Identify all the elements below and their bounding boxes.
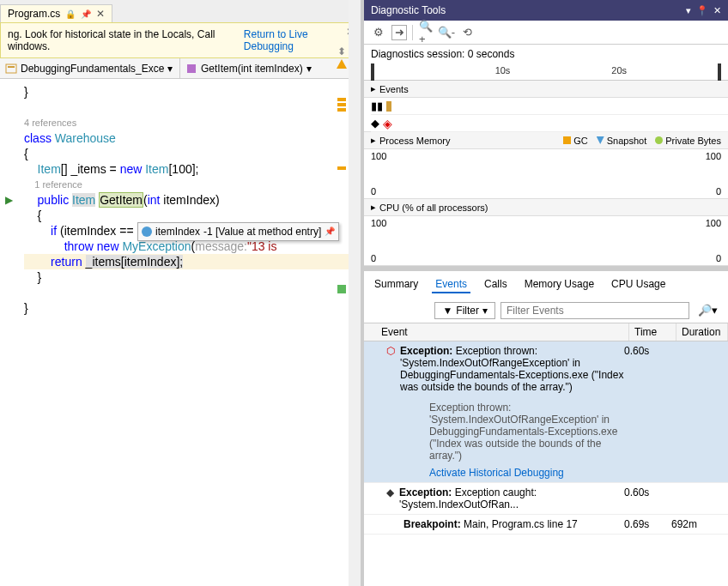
activate-historical-link[interactable]: Activate Historical Debugging xyxy=(400,467,624,479)
warning-icon[interactable] xyxy=(337,59,347,69)
nav-class-label: DebuggingFundamentals_Exce xyxy=(21,63,164,75)
pin-icon[interactable]: 📌 xyxy=(81,9,91,19)
diag-title-label: Diagnostic Tools xyxy=(371,4,446,16)
event-row[interactable]: ⬡ Exception: Exception thrown: 'System.I… xyxy=(364,341,728,483)
session-label: Diagnostics session: 0 seconds xyxy=(364,45,728,63)
event-row[interactable]: Breakpoint: Main, Program.cs line 17 0.6… xyxy=(364,515,728,535)
lock-icon: 🔒 xyxy=(65,9,76,19)
tab-calls[interactable]: Calls xyxy=(481,276,511,293)
exception-icon: ⬡ xyxy=(386,345,395,479)
pin-icon[interactable]: 📍 xyxy=(696,5,708,16)
svg-rect-0 xyxy=(6,64,16,73)
col-duration[interactable]: Duration xyxy=(676,323,728,341)
method-icon xyxy=(185,63,197,75)
timeline-ruler[interactable]: 10s 20s xyxy=(364,63,728,81)
file-tab-label: Program.cs xyxy=(8,8,60,20)
nav-method-combo[interactable]: GetItem(int itemIndex) ▾ xyxy=(180,58,361,78)
tab-cpu[interactable]: CPU Usage xyxy=(608,276,669,293)
reset-zoom-icon[interactable]: ⟲ xyxy=(459,25,475,40)
event-row[interactable]: ◆ Exception: Exception caught: 'System.I… xyxy=(364,483,728,515)
event-table-header: Event Time Duration xyxy=(364,323,728,341)
close-icon[interactable]: ✕ xyxy=(96,8,105,20)
filter-input[interactable] xyxy=(500,302,689,319)
tooltip-var: itemIndex xyxy=(155,224,200,239)
diag-toolbar: ⚙ ➜ 🔍+ 🔍- ⟲ xyxy=(364,21,728,45)
events-section-header[interactable]: ▸Events xyxy=(364,81,728,98)
diamond-icon: ◆ xyxy=(386,486,394,510)
debug-value-tooltip[interactable]: itemIndex -1 [Value at method entry] 📌 xyxy=(137,222,339,241)
close-icon[interactable]: ✕ xyxy=(713,5,721,16)
col-event[interactable]: Event xyxy=(364,323,629,341)
tab-events[interactable]: Events xyxy=(432,276,470,293)
code-nav-bar: DebuggingFundamentals_Exce ▾ GetItem(int… xyxy=(0,58,361,79)
funnel-icon: ▼ xyxy=(442,305,452,317)
chevron-down-icon: ▾ xyxy=(167,63,173,75)
pause-icon: ▮▮ xyxy=(371,100,383,112)
select-tools-icon[interactable]: ➜ xyxy=(391,25,407,40)
info-bar: ng. Look for historical state in the Loc… xyxy=(0,22,361,58)
editor-tab-bar: Program.cs 🔒 📌 ✕ xyxy=(0,0,361,22)
code-area[interactable]: } 4 references class Warehouse { Item[] … xyxy=(0,79,361,586)
code-marker[interactable] xyxy=(337,166,346,170)
variable-icon xyxy=(142,227,152,237)
tab-memory[interactable]: Memory Usage xyxy=(521,276,598,293)
cpu-section-header[interactable]: ▸CPU (% of all processors) xyxy=(364,199,728,216)
chevron-down-icon: ▾ xyxy=(306,63,312,75)
memory-section-header[interactable]: ▸Process Memory GC Snapshot Private Byte… xyxy=(364,132,728,149)
nav-method-label: GetItem(int itemIndex) xyxy=(201,63,303,75)
class-icon xyxy=(5,63,17,75)
run-arrow-icon[interactable]: ▶ xyxy=(5,192,13,208)
search-icon[interactable]: 🔎▾ xyxy=(695,302,721,319)
zoom-in-icon[interactable]: 🔍+ xyxy=(418,25,434,40)
zoom-out-icon[interactable]: 🔍- xyxy=(439,25,454,40)
diamond-icon: ◆ xyxy=(371,117,379,130)
events-track: ▮▮ ◆◈ xyxy=(364,98,728,132)
svg-rect-2 xyxy=(187,64,196,73)
tab-summary[interactable]: Summary xyxy=(371,276,422,293)
tooltip-val: -1 [Value at method entry] xyxy=(203,224,321,239)
event-list: ⬡ Exception: Exception thrown: 'System.I… xyxy=(364,341,728,586)
memory-chart[interactable]: 100100 00 xyxy=(364,149,728,199)
gear-icon[interactable]: ⚙ xyxy=(371,25,386,40)
editor-margin-indicators: ⬍ xyxy=(337,45,347,293)
filter-button[interactable]: ▼Filter ▾ xyxy=(434,302,495,319)
diag-tabs: Summary Events Calls Memory Usage CPU Us… xyxy=(364,271,728,299)
diagnostic-title-bar: Diagnostic Tools ▾ 📍 ✕ xyxy=(364,0,728,21)
code-marker[interactable] xyxy=(337,103,346,106)
code-marker[interactable] xyxy=(337,98,346,101)
window-menu-icon[interactable]: ▾ xyxy=(686,5,691,16)
nav-class-combo[interactable]: DebuggingFundamentals_Exce ▾ xyxy=(0,58,180,78)
code-marker[interactable] xyxy=(337,285,346,293)
pin-tooltip-icon[interactable]: 📌 xyxy=(325,224,335,239)
code-editor-panel: Program.cs 🔒 📌 ✕ ng. Look for historical… xyxy=(0,0,364,586)
diagnostic-panel: Diagnostic Tools ▾ 📍 ✕ ⚙ ➜ 🔍+ 🔍- ⟲ Diagn… xyxy=(364,0,728,586)
filter-row: ▼Filter ▾ 🔎▾ xyxy=(364,299,728,323)
code-marker[interactable] xyxy=(337,108,346,112)
file-tab-program[interactable]: Program.cs 🔒 📌 ✕ xyxy=(0,4,112,22)
svg-rect-1 xyxy=(8,66,15,68)
exception-icon: ◈ xyxy=(383,117,392,130)
cpu-chart[interactable]: 100100 00 xyxy=(364,216,728,266)
col-time[interactable]: Time xyxy=(629,323,676,341)
info-bar-text: ng. Look for historical state in the Loc… xyxy=(8,28,244,52)
vertical-scrollbar[interactable] xyxy=(349,0,361,586)
